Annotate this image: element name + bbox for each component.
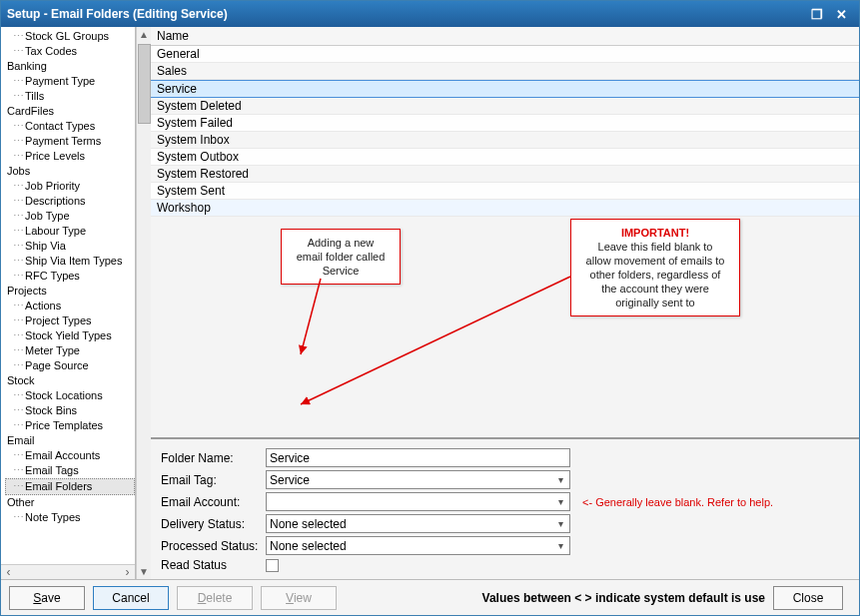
edit-form: Folder Name: Email Tag: Service ▾ Email … bbox=[151, 437, 859, 579]
grid-row[interactable]: Service bbox=[151, 80, 859, 98]
tree-item[interactable]: Payment Type bbox=[5, 74, 135, 89]
tree-category[interactable]: CardFiles bbox=[5, 104, 135, 119]
delivery-status-select[interactable]: None selected ▾ bbox=[266, 514, 570, 533]
chevron-down-icon: ▾ bbox=[558, 540, 566, 551]
grid-row[interactable]: System Failed bbox=[151, 115, 859, 132]
tree-item[interactable]: Job Type bbox=[5, 209, 135, 224]
tree-item[interactable]: Stock GL Groups bbox=[5, 29, 135, 44]
processed-status-value: None selected bbox=[270, 539, 347, 553]
annotation-arrows bbox=[151, 217, 860, 416]
scroll-up-icon[interactable]: ▲ bbox=[139, 27, 149, 42]
callout-important-body: Leave this field blank to allow movement… bbox=[586, 241, 725, 308]
tree-item[interactable]: Stock Locations bbox=[5, 388, 135, 403]
callout-add-folder: Adding a new email folder called Service bbox=[281, 229, 401, 285]
grid-row[interactable]: Sales bbox=[151, 63, 859, 80]
restore-icon[interactable]: ❐ bbox=[805, 7, 829, 22]
label-folder-name: Folder Name: bbox=[161, 451, 266, 465]
grid-header-name[interactable]: Name bbox=[151, 27, 859, 46]
label-email-account: Email Account: bbox=[161, 495, 266, 509]
grid-row[interactable]: System Outbox bbox=[151, 149, 859, 166]
delete-button: Delete bbox=[177, 586, 253, 610]
grid-row[interactable]: System Restored bbox=[151, 166, 859, 183]
scroll-thumb[interactable] bbox=[138, 44, 151, 124]
title-bar: Setup - Email Folders (Editing Service) … bbox=[1, 1, 859, 27]
close-icon[interactable]: ✕ bbox=[829, 7, 853, 22]
grid-row[interactable]: Workshop bbox=[151, 200, 859, 217]
callout-important-title: IMPORTANT! bbox=[621, 227, 689, 239]
read-status-checkbox[interactable] bbox=[266, 559, 279, 572]
sidebar-hscroll[interactable]: ‹ › bbox=[1, 564, 135, 579]
tree-item[interactable]: Contact Types bbox=[5, 119, 135, 134]
processed-status-select[interactable]: None selected ▾ bbox=[266, 536, 570, 555]
tree-category[interactable]: Projects bbox=[5, 284, 135, 299]
scroll-right-icon[interactable]: › bbox=[120, 565, 135, 579]
footer-bar: Save Cancel Delete View Values between <… bbox=[1, 579, 859, 615]
scroll-left-icon[interactable]: ‹ bbox=[1, 565, 16, 579]
svg-line-1 bbox=[301, 277, 570, 404]
svg-line-0 bbox=[301, 279, 321, 354]
tree-item[interactable]: Tax Codes bbox=[5, 44, 135, 59]
grid-row[interactable]: System Inbox bbox=[151, 132, 859, 149]
tree-category[interactable]: Email bbox=[5, 433, 135, 448]
label-read-status: Read Status bbox=[161, 558, 266, 572]
grid-empty-area: Adding a new email folder called Service… bbox=[151, 217, 859, 437]
tree-item[interactable]: Price Levels bbox=[5, 149, 135, 164]
grid-row[interactable]: System Sent bbox=[151, 183, 859, 200]
label-processed-status: Processed Status: bbox=[161, 539, 266, 553]
tree-item[interactable]: Tills bbox=[5, 89, 135, 104]
email-account-hint: <- Generally leave blank. Refer to help. bbox=[582, 496, 773, 508]
window-title: Setup - Email Folders (Editing Service) bbox=[7, 7, 805, 21]
content-panel: Name GeneralSalesServiceSystem DeletedSy… bbox=[151, 27, 859, 579]
tree-item[interactable]: Price Templates bbox=[5, 418, 135, 433]
grid-row[interactable]: General bbox=[151, 46, 859, 63]
nav-tree[interactable]: Stock GL GroupsTax CodesBankingPayment T… bbox=[1, 27, 135, 564]
main-area: Stock GL GroupsTax CodesBankingPayment T… bbox=[1, 27, 859, 579]
label-delivery-status: Delivery Status: bbox=[161, 517, 266, 531]
delivery-status-value: None selected bbox=[270, 517, 347, 531]
tree-item[interactable]: RFC Types bbox=[5, 269, 135, 284]
callout-add-text: Adding a new email folder called Service bbox=[297, 237, 386, 277]
chevron-down-icon: ▾ bbox=[558, 474, 566, 485]
save-label-rest: ave bbox=[41, 591, 60, 605]
tree-item[interactable]: Job Priority bbox=[5, 179, 135, 194]
tree-category[interactable]: Other bbox=[5, 495, 135, 510]
footer-status: Values between < > indicate system defau… bbox=[345, 591, 773, 605]
tree-category[interactable]: Banking bbox=[5, 59, 135, 74]
tree-category[interactable]: Stock bbox=[5, 373, 135, 388]
tree-item[interactable]: Stock Yield Types bbox=[5, 328, 135, 343]
close-button[interactable]: Close bbox=[773, 586, 843, 610]
tree-item[interactable]: Stock Bins bbox=[5, 403, 135, 418]
tree-item[interactable]: Note Types bbox=[5, 510, 135, 525]
callout-important: IMPORTANT! Leave this field blank to all… bbox=[570, 219, 740, 316]
tree-item[interactable]: Page Source bbox=[5, 358, 135, 373]
chevron-down-icon: ▾ bbox=[558, 518, 566, 529]
tree-item[interactable]: Ship Via Item Types bbox=[5, 254, 135, 269]
tree-item[interactable]: Email Tags bbox=[5, 463, 135, 478]
label-email-tag: Email Tag: bbox=[161, 473, 266, 487]
delete-label-rest: elete bbox=[206, 591, 232, 605]
tree-item[interactable]: Payment Terms bbox=[5, 134, 135, 149]
sidebar: Stock GL GroupsTax CodesBankingPayment T… bbox=[1, 27, 136, 579]
tree-item[interactable]: Meter Type bbox=[5, 343, 135, 358]
save-button[interactable]: Save bbox=[9, 586, 85, 610]
scroll-down-icon[interactable]: ▼ bbox=[139, 564, 149, 579]
chevron-down-icon: ▾ bbox=[558, 496, 566, 507]
email-tag-value: Service bbox=[270, 473, 310, 487]
email-account-select[interactable]: ▾ bbox=[266, 492, 570, 511]
tree-item[interactable]: Ship Via bbox=[5, 239, 135, 254]
tree-item[interactable]: Email Accounts bbox=[5, 448, 135, 463]
email-tag-select[interactable]: Service ▾ bbox=[266, 470, 570, 489]
sidebar-vscroll[interactable]: ▲ ▼ bbox=[136, 27, 151, 579]
grid-row[interactable]: System Deleted bbox=[151, 98, 859, 115]
cancel-button[interactable]: Cancel bbox=[93, 586, 169, 610]
folder-name-input[interactable] bbox=[266, 448, 570, 467]
folder-grid: Name GeneralSalesServiceSystem DeletedSy… bbox=[151, 27, 859, 217]
tree-category[interactable]: Jobs bbox=[5, 164, 135, 179]
tree-item[interactable]: Labour Type bbox=[5, 224, 135, 239]
tree-item[interactable]: Email Folders bbox=[5, 478, 135, 495]
view-label-rest: iew bbox=[294, 591, 312, 605]
view-button: View bbox=[261, 586, 337, 610]
tree-item[interactable]: Project Types bbox=[5, 313, 135, 328]
tree-item[interactable]: Descriptions bbox=[5, 194, 135, 209]
tree-item[interactable]: Actions bbox=[5, 299, 135, 313]
